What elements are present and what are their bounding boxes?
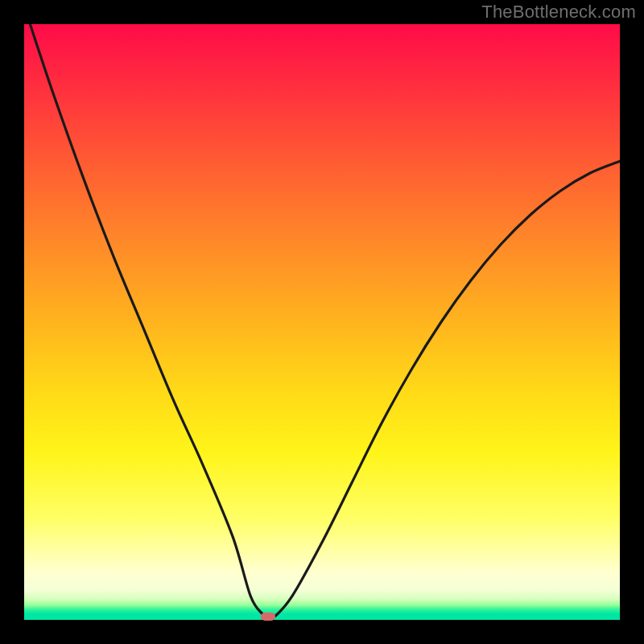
watermark-text: TheBottleneck.com	[481, 2, 636, 23]
chart-container: TheBottleneck.com	[0, 0, 644, 644]
bottleneck-curve	[24, 24, 620, 620]
minimum-marker	[261, 613, 275, 621]
plot-frame	[24, 24, 620, 620]
